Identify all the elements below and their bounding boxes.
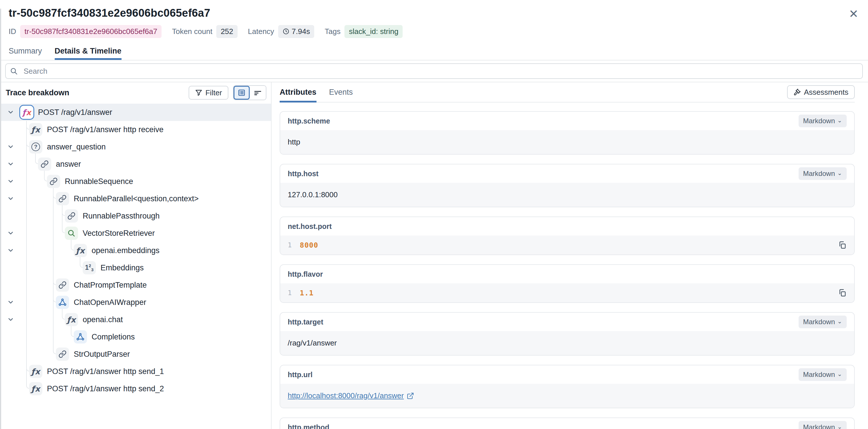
attribute-card: http.url Markdown ⌄ http://localhost:800… (280, 365, 855, 408)
trace-breakdown-title: Trace breakdown (6, 88, 69, 97)
chevron-down-icon[interactable] (6, 228, 15, 237)
tree-row[interactable]: ƒx openai.embeddings (0, 242, 271, 259)
tree-row[interactable]: VectorStoreRetriever (0, 224, 271, 242)
attribute-name: http.method (288, 423, 329, 429)
search-bar (0, 60, 868, 82)
funnel-icon (195, 89, 203, 96)
latency-value: 7.94s (292, 27, 310, 36)
tree-row-label: POST /rag/v1/answer (38, 104, 112, 121)
line-number: 1 (288, 289, 292, 297)
attribute-value: 127.0.0.1:8000 (280, 183, 854, 207)
attribute-name: net.host.port (288, 222, 332, 231)
model-icon (56, 296, 69, 309)
trace-breakdown-panel: Trace breakdown Filter ƒx POST /rag/v1/a… (0, 82, 272, 429)
tree-row[interactable]: ƒx POST /rag/v1/answer (0, 104, 271, 121)
attribute-value: /rag/v1/answer (280, 331, 854, 355)
chevron-down-icon[interactable] (6, 159, 15, 168)
tab-details-timeline[interactable]: Details & Timeline (55, 44, 122, 60)
function-icon: ƒx (29, 382, 42, 395)
tree-row-label: ChatOpenAIWrapper (74, 294, 146, 311)
details-tabs-row: Attributes Events Assessments (280, 82, 855, 102)
chevron-down-icon: ⌄ (837, 320, 842, 323)
search-input[interactable] (5, 63, 863, 79)
chevron-down-icon[interactable] (6, 246, 15, 254)
trace-tree: ƒx POST /rag/v1/answer ƒx POST /rag/v1/a… (0, 104, 271, 397)
chevron-down-icon[interactable] (6, 142, 15, 151)
attribute-card: net.host.port 1 8000 (280, 216, 855, 255)
viewer-dropdown[interactable]: Markdown ⌄ (799, 421, 847, 429)
viewer-dropdown[interactable]: Markdown ⌄ (799, 167, 847, 180)
tab-attributes[interactable]: Attributes (280, 82, 316, 102)
attribute-name: http.url (288, 371, 312, 379)
attribute-value: 1.1 (300, 289, 314, 297)
attribute-card: http.flavor 1 1.1 (280, 264, 855, 303)
attribute-name: http.host (288, 170, 318, 178)
tree-row[interactable]: ƒx POST /rag/v1/answer http send_2 (0, 380, 271, 397)
tree-row[interactable]: answer (0, 155, 271, 173)
tree-row[interactable]: RunnablePassthrough (0, 207, 271, 224)
chevron-down-icon[interactable] (6, 108, 15, 116)
tree-row-label: StrOutputParser (74, 345, 130, 363)
filter-button[interactable]: Filter (189, 86, 228, 100)
tree-row[interactable]: StrOutputParser (0, 345, 271, 363)
tree-row[interactable]: Completions (0, 328, 271, 345)
tree-row[interactable]: ƒx POST /rag/v1/answer http send_1 (0, 363, 271, 380)
chain-icon (38, 157, 51, 171)
timeline-view-icon (254, 89, 262, 97)
token-count-badge: 252 (216, 25, 237, 38)
copy-icon[interactable] (838, 241, 847, 249)
tab-events[interactable]: Events (329, 82, 353, 102)
chain-icon (56, 278, 69, 292)
attribute-name: http.scheme (288, 117, 330, 125)
function-icon: ƒx (74, 244, 87, 257)
viewer-dropdown[interactable]: Markdown ⌄ (799, 368, 847, 381)
chevron-down-icon: ⌄ (837, 373, 842, 375)
attribute-url-link[interactable]: http://localhost:8000/rag/v1/answer (288, 391, 414, 400)
function-icon: ƒx (29, 123, 42, 136)
list-view-toggle[interactable] (234, 86, 250, 100)
external-link-icon (407, 392, 414, 400)
viewer-dropdown[interactable]: Markdown ⌄ (799, 315, 847, 328)
chevron-down-icon[interactable] (6, 298, 15, 306)
function-icon: ƒx (65, 313, 78, 326)
question-icon: ? (29, 140, 42, 153)
tree-row[interactable]: RunnableParallel<question,context> (0, 190, 271, 207)
tree-row[interactable]: ChatOpenAIWrapper (0, 294, 271, 311)
retriever-search-icon (65, 226, 78, 240)
view-toggle-group (233, 85, 267, 100)
attribute-name: http.target (288, 318, 323, 326)
filter-label: Filter (205, 88, 222, 97)
tree-row[interactable]: ƒx POST /rag/v1/answer http receive (0, 121, 271, 138)
span-details-panel: Attributes Events Assessments http.schem… (272, 82, 868, 429)
id-label: ID (9, 27, 16, 36)
token-count-label: Token count (172, 27, 212, 36)
tree-row[interactable]: ? answer_question (0, 138, 271, 155)
tag-badge: slack_id: string (344, 25, 403, 38)
chain-icon (47, 175, 60, 188)
window-edge-scrollbar (0, 9, 1, 429)
search-icon (10, 67, 18, 75)
timeline-view-toggle[interactable] (250, 86, 266, 100)
tree-row[interactable]: ƒx openai.chat (0, 311, 271, 328)
tree-row-label: answer_question (47, 138, 106, 155)
page-tabs: Summary Details & Timeline (0, 44, 868, 60)
tree-row[interactable]: 123 Embeddings (0, 259, 271, 276)
tree-row[interactable]: ChatPromptTemplate (0, 276, 271, 294)
tree-row-label: POST /rag/v1/answer http send_1 (47, 363, 164, 380)
viewer-dropdown[interactable]: Markdown ⌄ (799, 115, 847, 127)
chevron-down-icon: ⌄ (837, 425, 842, 428)
copy-icon[interactable] (838, 288, 847, 297)
tab-summary[interactable]: Summary (9, 44, 42, 60)
attribute-card: http.host Markdown ⌄ 127.0.0.1:8000 (280, 164, 855, 207)
gavel-icon (794, 88, 801, 96)
chevron-down-icon[interactable] (6, 194, 15, 203)
trace-id-badge: tr-50c987fcf340831e2e9606bc065ef6a7 (20, 25, 161, 38)
tree-row[interactable]: RunnableSequence (0, 173, 271, 190)
attribute-value: http (280, 130, 854, 154)
assessments-button[interactable]: Assessments (787, 85, 855, 99)
model-icon (74, 330, 87, 343)
tree-row-label: RunnableSequence (65, 173, 133, 190)
chevron-down-icon[interactable] (6, 315, 15, 324)
close-icon[interactable]: ✕ (847, 7, 861, 21)
chevron-down-icon[interactable] (6, 177, 15, 185)
